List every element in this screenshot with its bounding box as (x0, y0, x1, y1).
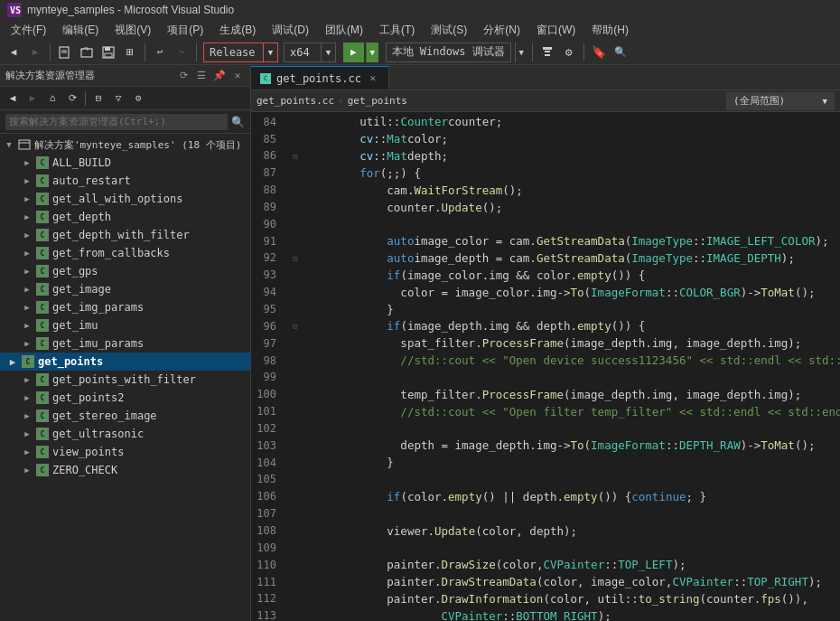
code-line-106[interactable]: if (color.empty() || depth.empty()) { co… (302, 489, 840, 506)
tab-get_points_cc[interactable]: C get_points.cc ✕ (251, 66, 389, 89)
sidebar-close-icon[interactable]: ✕ (230, 70, 245, 81)
tree-item-get_points2[interactable]: ▶ C get_points2 (0, 389, 250, 407)
toolbar-save-btn[interactable] (98, 42, 118, 62)
scope-selector[interactable]: (全局范围) ▼ (726, 92, 835, 110)
tree-item-get_imu_params[interactable]: ▶ C get_imu_params (0, 334, 250, 353)
menu-build[interactable]: 生成(B) (212, 20, 263, 40)
code-line-109[interactable] (302, 540, 840, 557)
tree-item-get_ultrasonic[interactable]: ▶ C get_ultrasonic (0, 425, 250, 443)
tree-item-get_points[interactable]: ▶ C get_points (0, 353, 250, 371)
tree-item-auto_restart[interactable]: ▶ C auto_restart (0, 172, 250, 190)
code-line-95[interactable]: } (302, 301, 840, 318)
code-line-86[interactable]: cv::Mat depth; (302, 148, 840, 165)
code-line-102[interactable] (302, 420, 840, 438)
code-line-100[interactable]: temp_filter.ProcessFrame(image_depth.img… (302, 387, 840, 404)
sidebar-pin-icon[interactable]: 📌 (212, 70, 227, 81)
platform-dropdown[interactable]: x64 ▼ (284, 42, 336, 62)
toolbar-new-btn[interactable] (55, 42, 75, 62)
code-line-112[interactable]: painter.DrawInformation(color, util::to_… (302, 591, 840, 608)
local-debug-dropdown-arrow[interactable]: ▼ (515, 42, 527, 62)
tree-item-get_from_callbacks[interactable]: ▶ C get_from_callbacks (0, 244, 250, 262)
code-line-99[interactable] (302, 370, 840, 387)
play-btn[interactable]: ▶ (343, 42, 364, 62)
code-line-90[interactable] (302, 216, 840, 233)
tree-item-get_gps[interactable]: ▶ C get_gps (0, 262, 250, 280)
release-dropdown[interactable]: Release ▼ (203, 42, 278, 62)
toolbar-open-btn[interactable] (77, 42, 97, 62)
code-line-98[interactable]: //std::cout << "Open device success11234… (302, 353, 840, 370)
code-line-91[interactable]: auto image_color = cam.GetStreamData(Ima… (302, 233, 840, 250)
toolbar-forward-btn[interactable]: ▶ (25, 42, 45, 62)
menu-help[interactable]: 帮助(H) (584, 20, 636, 40)
toolbar-redo-btn[interactable]: ↪ (172, 42, 191, 62)
menu-window[interactable]: 窗口(W) (529, 20, 583, 40)
code-line-93[interactable]: if (image_color.img && color.empty()) { (302, 268, 840, 285)
code-line-108[interactable]: viewer.Update(color, depth); (302, 522, 840, 540)
code-line-87[interactable]: for (;;) { (302, 165, 840, 183)
sidebar-tb-back[interactable]: ◀ (4, 89, 22, 108)
sidebar-tb-forward[interactable]: ▶ (23, 89, 42, 108)
tree-item-ZERO_CHECK[interactable]: ▶ C ZERO_CHECK (0, 461, 250, 479)
sidebar-tb-home[interactable]: ⌂ (43, 89, 61, 108)
fold-96[interactable]: ⊟ (289, 318, 302, 335)
sidebar-tb-settings[interactable]: ⚙ (129, 89, 147, 108)
menu-debug[interactable]: 调试(D) (265, 20, 316, 40)
toolbar-debug-btn[interactable] (537, 42, 557, 62)
code-line-111[interactable]: painter.DrawStreamData(color, image_colo… (302, 574, 840, 591)
toolbar-saveall-btn[interactable]: ⊞ (120, 42, 140, 62)
toolbar-bookmark-btn[interactable]: 🔖 (589, 42, 609, 62)
sidebar-tb-refresh[interactable]: ⟳ (63, 89, 81, 108)
tree-item-ALL_BUILD[interactable]: ▶ C ALL_BUILD (0, 154, 250, 172)
menu-view[interactable]: 视图(V) (107, 20, 158, 40)
fold-86[interactable]: ⊟ (289, 148, 302, 165)
code-line-92[interactable]: auto image_depth = cam.GetStreamData(Ima… (302, 250, 840, 268)
tree-item-get_depth[interactable]: ▶ C get_depth (0, 208, 250, 226)
menu-edit[interactable]: 编辑(E) (55, 20, 106, 40)
menu-test[interactable]: 测试(S) (424, 20, 474, 40)
tree-item-get_depth_with_filter[interactable]: ▶ C get_depth_with_filter (0, 226, 250, 244)
tree-item-get_image[interactable]: ▶ C get_image (0, 280, 250, 298)
code-line-85[interactable]: cv::Mat color; (302, 131, 840, 148)
sidebar-tb-filter[interactable]: ▽ (109, 89, 127, 108)
code-line-113[interactable]: CVPainter::BOTTOM_RIGHT); (302, 607, 840, 621)
sidebar-props-icon[interactable]: ☰ (194, 70, 209, 81)
local-debug-button[interactable]: 本地 Windows 调试器 (386, 42, 511, 62)
code-line-104[interactable]: } (302, 455, 840, 472)
fold-92[interactable]: ⊟ (289, 250, 302, 268)
code-line-89[interactable]: counter.Update(); (302, 199, 840, 216)
sidebar-sync-icon[interactable]: ⟳ (176, 70, 191, 81)
code-line-97[interactable]: spat_filter.ProcessFrame(image_depth.img… (302, 335, 840, 353)
code-line-88[interactable]: cam.WaitForStream(); (302, 182, 840, 199)
code-line-101[interactable]: //std::cout << "Open filter temp_filter"… (302, 403, 840, 420)
code-line-103[interactable]: depth = image_depth.img->To(ImageFormat:… (302, 438, 840, 455)
toolbar-back-btn[interactable]: ◀ (4, 42, 23, 62)
tab-close-btn[interactable]: ✕ (367, 72, 379, 84)
tree-item-view_points[interactable]: ▶ C view_points (0, 443, 250, 461)
tree-solution-root[interactable]: ▼ 解决方案'mynteye_samples' (18 个项目) (0, 136, 250, 154)
tree-item-get_points_with_filter[interactable]: ▶ C get_points_with_filter (0, 371, 250, 389)
code-line-96[interactable]: if (image_depth.img && depth.empty()) { (302, 318, 840, 335)
tree-item-get_all_with_options[interactable]: ▶ C get_all_with_options (0, 190, 250, 208)
menu-team[interactable]: 团队(M) (318, 20, 370, 40)
code-content[interactable]: util::Counter counter; cv::Mat color; cv… (302, 112, 840, 621)
play-dropdown-arrow[interactable]: ▼ (366, 42, 378, 62)
tree-item-get_stereo_image[interactable]: ▶ C get_stereo_image (0, 407, 250, 425)
tree-item-get_imu[interactable]: ▶ C get_imu (0, 316, 250, 334)
toolbar-undo-btn[interactable]: ↩ (150, 42, 170, 62)
toolbar-find-btn[interactable]: 🔍 (611, 42, 630, 62)
tree-item-get_img_params[interactable]: ▶ C get_img_params (0, 298, 250, 316)
menu-project[interactable]: 项目(P) (160, 20, 210, 40)
code-line-84[interactable]: util::Counter counter; (302, 114, 840, 131)
code-line-107[interactable] (302, 505, 840, 522)
code-line-105[interactable] (302, 472, 840, 489)
code-line-94[interactable]: color = image_color.img->To(ImageFormat:… (302, 284, 840, 301)
search-icon[interactable]: 🔍 (231, 116, 245, 128)
play-button-group[interactable]: ▶ ▼ (343, 42, 378, 62)
sidebar-tb-collapse[interactable]: ⊟ (89, 89, 107, 108)
menu-tools[interactable]: 工具(T) (372, 20, 422, 40)
toolbar-attach-btn[interactable]: ⚙ (559, 42, 579, 62)
menu-analyze[interactable]: 分析(N) (476, 20, 527, 40)
code-line-110[interactable]: painter.DrawSize(color, CVPainter::TOP_L… (302, 557, 840, 574)
search-input[interactable] (5, 114, 228, 130)
menu-file[interactable]: 文件(F) (4, 20, 53, 40)
